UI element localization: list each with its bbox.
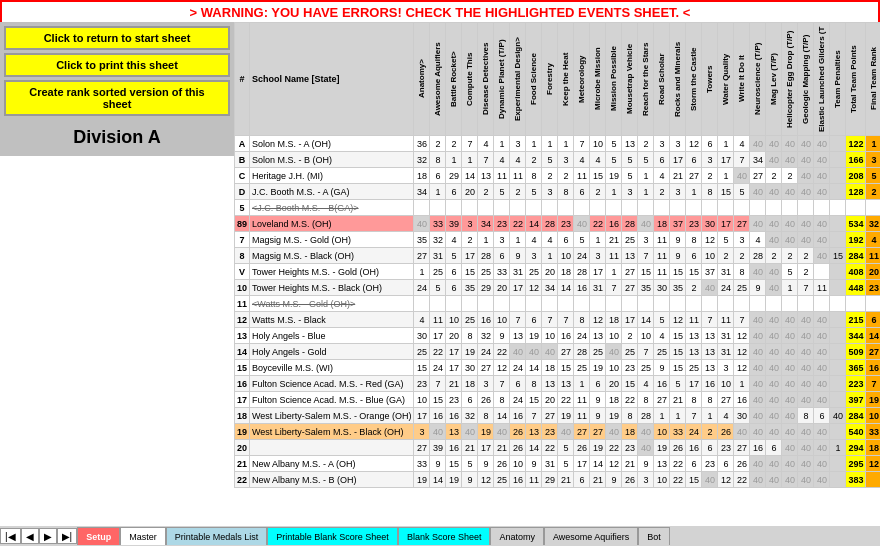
score-cell: 17 — [462, 248, 478, 264]
score-cell: 40 — [766, 152, 782, 168]
score-cell: 12 — [866, 456, 880, 472]
tab-anatomy[interactable]: Anatomy — [490, 527, 544, 545]
score-cell: 20 — [494, 280, 510, 296]
score-cell: 20 — [542, 264, 558, 280]
nav-right[interactable]: ▶ — [39, 528, 57, 544]
row-school-name: Solon M.S. - B (OH) — [250, 152, 414, 168]
score-cell: 13 — [446, 424, 462, 440]
return-sheet-button[interactable]: Click to return to start sheet — [4, 26, 230, 50]
score-cell: 1 — [542, 136, 558, 152]
score-cell: 3 — [542, 184, 558, 200]
score-cell: 10 — [542, 328, 558, 344]
score-cell: 19 — [478, 424, 494, 440]
score-cell: 40 — [814, 344, 830, 360]
score-cell: 1 — [866, 136, 880, 152]
row-school-name: Solon M.S. - A (OH) — [250, 136, 414, 152]
division-title: Division A — [4, 123, 230, 152]
score-cell: 7 — [574, 136, 590, 152]
tab-bar: |◀ ◀ ▶ ▶| Setup Master Printable Medals … — [0, 526, 880, 546]
score-cell: 23 — [702, 456, 718, 472]
row-school-name: West Liberty-Salem M.S. - Black (OH) — [250, 424, 414, 440]
nav-prev[interactable]: |◀ — [0, 528, 21, 544]
score-cell: 12 — [478, 472, 494, 488]
score-cell: 1 — [430, 184, 446, 200]
row-id: C — [235, 168, 250, 184]
score-cell: 15 — [638, 264, 654, 280]
tab-blank[interactable]: Blank Score Sheet — [398, 527, 491, 545]
score-cell: 2 — [686, 280, 702, 296]
score-cell: 28 — [542, 216, 558, 232]
score-cell: 40 — [814, 376, 830, 392]
score-cell: 1 — [782, 280, 798, 296]
score-cell: 1 — [446, 152, 462, 168]
score-cell: 6 — [526, 312, 542, 328]
score-cell: 18 — [414, 168, 430, 184]
score-cell: 7 — [734, 152, 750, 168]
score-cell: 11 — [866, 248, 880, 264]
score-cell: 448 — [846, 280, 866, 296]
score-cell: 1 — [510, 232, 526, 248]
score-cell: 28 — [750, 248, 766, 264]
score-cell: 5 — [446, 248, 462, 264]
score-cell: 7 — [558, 312, 574, 328]
score-cell: 15 — [670, 328, 686, 344]
data-table: # School Name [State] Anatomy> Awesome A… — [234, 22, 880, 488]
col-header-num: # — [235, 23, 250, 136]
nav-next[interactable]: ▶| — [57, 528, 78, 544]
score-cell: 40 — [766, 472, 782, 488]
col-towers: Towers — [702, 23, 718, 136]
score-cell: 23 — [866, 280, 880, 296]
tab-blank-print[interactable]: Printable Blank Score Sheet — [267, 527, 398, 545]
score-cell: 2 — [798, 248, 814, 264]
score-cell: 27 — [734, 440, 750, 456]
tab-medals[interactable]: Printable Medals List — [166, 527, 268, 545]
score-cell: 40 — [750, 376, 766, 392]
score-cell: 4 — [494, 152, 510, 168]
score-cell: 2 — [446, 136, 462, 152]
score-cell: 9 — [606, 472, 622, 488]
main-content[interactable]: # School Name [State] Anatomy> Awesome A… — [234, 22, 880, 526]
row-id: 22 — [235, 472, 250, 488]
score-cell: 39 — [446, 216, 462, 232]
score-cell: 12 — [734, 360, 750, 376]
row-school-name — [250, 440, 414, 456]
score-cell — [830, 168, 846, 184]
row-school-name: Magsig M.S. - Gold (OH) — [250, 232, 414, 248]
col-dynamic: Dynamic Planet (T/P) — [494, 23, 510, 136]
score-cell: 22 — [542, 440, 558, 456]
score-cell: 40 — [750, 472, 766, 488]
score-cell: 16 — [606, 216, 622, 232]
score-cell: 4 — [526, 232, 542, 248]
score-cell: 12 — [734, 344, 750, 360]
score-cell: 40 — [750, 264, 766, 280]
tab-aquifiers[interactable]: Awesome Aquifiers — [544, 527, 638, 545]
score-cell: 6 — [462, 392, 478, 408]
score-cell: 15 — [830, 248, 846, 264]
score-cell: 40 — [750, 424, 766, 440]
score-cell: 6 — [686, 248, 702, 264]
tab-setup[interactable]: Setup — [77, 527, 120, 545]
score-cell: 30 — [734, 408, 750, 424]
table-row: DJ.C. Booth M.S. - A (GA)341620252538621… — [235, 184, 881, 200]
row-school-name: J.C. Booth M.S. - A (GA) — [250, 184, 414, 200]
score-cell: 40 — [766, 424, 782, 440]
score-cell: 15 — [670, 360, 686, 376]
print-sheet-button[interactable]: Click to print this sheet — [4, 53, 230, 77]
score-cell: 27 — [622, 280, 638, 296]
score-cell: 397 — [846, 392, 866, 408]
score-cell: 11 — [654, 248, 670, 264]
score-cell: 17 — [446, 360, 462, 376]
score-cell: 13 — [510, 328, 526, 344]
score-cell: 40 — [814, 440, 830, 456]
score-cell: 344 — [846, 328, 866, 344]
table-row: 5<J.C. Booth M.S. - B(GA)> — [235, 200, 881, 216]
sorted-version-button[interactable]: Create rank sorted version of this sheet — [4, 80, 230, 116]
score-cell: 40 — [510, 344, 526, 360]
tab-bot[interactable]: Bot — [638, 527, 670, 545]
score-cell: 20 — [866, 264, 880, 280]
score-cell: 14 — [590, 456, 606, 472]
score-cell: 13 — [622, 248, 638, 264]
tab-master[interactable]: Master — [120, 527, 166, 545]
nav-left[interactable]: ◀ — [21, 528, 39, 544]
score-cell: 32 — [462, 408, 478, 424]
